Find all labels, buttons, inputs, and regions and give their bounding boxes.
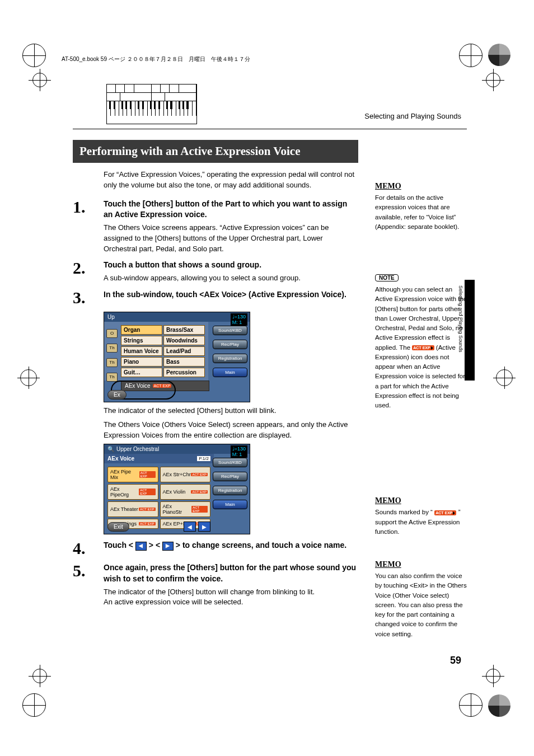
crop-mark-icon	[22, 44, 46, 67]
step-number: 4.	[73, 540, 104, 557]
side-tab-sound-kbd[interactable]: Sound/KBD	[213, 326, 247, 335]
voice-group-header: AEx Voice	[107, 456, 134, 462]
memo-text: For details on the active expression voi…	[375, 193, 470, 232]
group-button[interactable]: Woodwinds	[163, 336, 205, 345]
step-description: The Others Voice screens appears. “Activ…	[104, 223, 358, 255]
memo-label: MEMO	[375, 496, 470, 505]
side-tab-sound-kbd[interactable]: Sound/KBD	[213, 458, 247, 467]
note-text: Although you can select an Active Expres…	[375, 285, 470, 410]
group-button[interactable]: Strings	[121, 336, 162, 345]
group-button[interactable]: Lead/Pad	[163, 346, 205, 356]
page-number: 59	[450, 655, 461, 666]
crop-mark-icon	[459, 44, 483, 67]
voice-button[interactable]: AEx ViolinACT EXP	[160, 484, 211, 500]
section-title: Performing with an Active Expression Voi…	[73, 140, 358, 163]
exit-button[interactable]: Exit	[107, 522, 129, 532]
screenshot-title: Upper Orchestral	[116, 446, 159, 452]
page-indicator: P.1/2	[197, 456, 210, 461]
caption-text: The Others Voice (Others Voice Select) s…	[104, 420, 358, 441]
prev-page-button[interactable]: ◀	[184, 522, 196, 532]
act-exp-icon: ACT EXP	[139, 508, 156, 511]
step-number: 5.	[73, 562, 104, 579]
left-pill: Th	[106, 373, 118, 382]
product-diagram	[106, 84, 197, 124]
crop-mark-icon	[32, 669, 47, 683]
header-rule	[73, 129, 467, 129]
side-tab-rec-play[interactable]: Rec/Play	[213, 472, 247, 481]
group-button[interactable]: Brass/Sax	[163, 325, 205, 335]
step-number: 3.	[73, 289, 104, 306]
left-pill: Th	[106, 358, 118, 367]
next-page-button[interactable]: ▶	[198, 522, 210, 532]
left-arrow-icon: ◀	[135, 542, 147, 551]
voice-button[interactable]: AEx Str+ChrACT EXP	[160, 467, 211, 482]
step-heading: Touch a button that shows a sound group.	[104, 260, 358, 271]
memo-text: Sounds marked by “ ACT EXP ” support the…	[375, 508, 470, 537]
group-button[interactable]: Guit…	[121, 368, 162, 377]
act-exp-icon: ACT EXP	[191, 490, 208, 494]
note-label: NOTE	[375, 274, 399, 281]
act-exp-icon: ACT EXP	[139, 471, 156, 478]
group-button[interactable]: Human Voice	[121, 346, 162, 356]
group-button[interactable]: Bass	[163, 357, 205, 367]
step-number: 2.	[73, 260, 104, 276]
exit-button[interactable]: Ex	[107, 390, 127, 400]
intro-paragraph: For “Active Expression Voices,” operatin…	[104, 170, 358, 191]
memo-text: You can also confirm the voice by touchi…	[375, 571, 470, 639]
running-header: Selecting and Playing Sounds	[364, 112, 461, 120]
voice-button[interactable]: AEx PipeOrgACT EXP	[107, 484, 158, 500]
group-button-organ[interactable]: Organ	[121, 325, 162, 335]
crop-mark-icon	[32, 73, 47, 87]
step-description: An active expression voice will be selec…	[104, 597, 358, 608]
side-tab-main[interactable]: Main	[213, 500, 247, 509]
act-exp-icon: ACT EXP	[191, 473, 208, 476]
crop-mark-icon	[22, 693, 46, 717]
color-registration-icon	[488, 694, 510, 717]
crop-mark-icon	[486, 669, 500, 683]
step-heading: In the sub-window, touch <AEx Voice> (Ac…	[104, 289, 358, 300]
act-exp-icon: ACT EXP	[139, 489, 155, 495]
voice-button[interactable]: AEx PianoStrACT EXP	[160, 501, 211, 517]
voice-button[interactable]: AEx TheaterACT EXP	[107, 501, 158, 517]
right-arrow-icon: ▶	[162, 542, 174, 551]
device-screenshot-voices: 🔍Upper Orchestral ♩=130M: 1 AEx Voice P.…	[104, 444, 250, 534]
act-exp-icon: ACT EXP	[434, 510, 456, 515]
step-heading: Touch the [Others] button of the Part to…	[104, 199, 358, 220]
side-tab-rec-play[interactable]: Rec/Play	[213, 340, 247, 349]
side-tab-registration[interactable]: Registration	[213, 486, 247, 495]
side-tab-main[interactable]: Main	[213, 368, 247, 377]
group-button[interactable]: Percussion	[163, 368, 205, 377]
step-heading: Touch < ◀ > < ▶ > to change screens, and…	[104, 540, 358, 551]
act-exp-icon: ACT EXP	[139, 522, 156, 525]
book-header-line: AT-500_e.book 59 ページ ２００８年７月２８日 月曜日 午後４時…	[62, 55, 250, 63]
caption-text: The indicator of the selected [Others] b…	[104, 406, 358, 416]
crop-mark-icon	[459, 693, 483, 717]
crop-mark-icon	[496, 369, 513, 386]
group-button[interactable]: Piano	[121, 357, 162, 367]
crop-mark-icon	[20, 369, 37, 386]
voice-button[interactable]: AEx Pipe MixACT EXP	[107, 467, 158, 482]
memo-label: MEMO	[375, 560, 470, 569]
screenshot-title: Up	[107, 314, 115, 320]
memo-label: MEMO	[375, 182, 470, 191]
step-description: The indicator of the [Others] button wil…	[104, 587, 358, 598]
side-tab-registration[interactable]: Registration	[213, 354, 247, 363]
step-number: 1.	[73, 199, 104, 215]
act-exp-icon: ACT EXP	[191, 506, 208, 513]
color-registration-icon	[488, 44, 510, 66]
step-description: A sub-window appears, allowing you to se…	[104, 273, 358, 284]
left-pill: Th	[106, 344, 118, 353]
device-screenshot-groups: Up ♩=130M: 1 O Th Th Th Organ Brass/Sax …	[104, 312, 250, 402]
act-exp-icon: ACT EXP	[412, 345, 434, 350]
left-pill: O	[106, 329, 118, 338]
step-heading: Once again, press the [Others] button fo…	[104, 562, 358, 584]
crop-mark-icon	[486, 73, 500, 87]
